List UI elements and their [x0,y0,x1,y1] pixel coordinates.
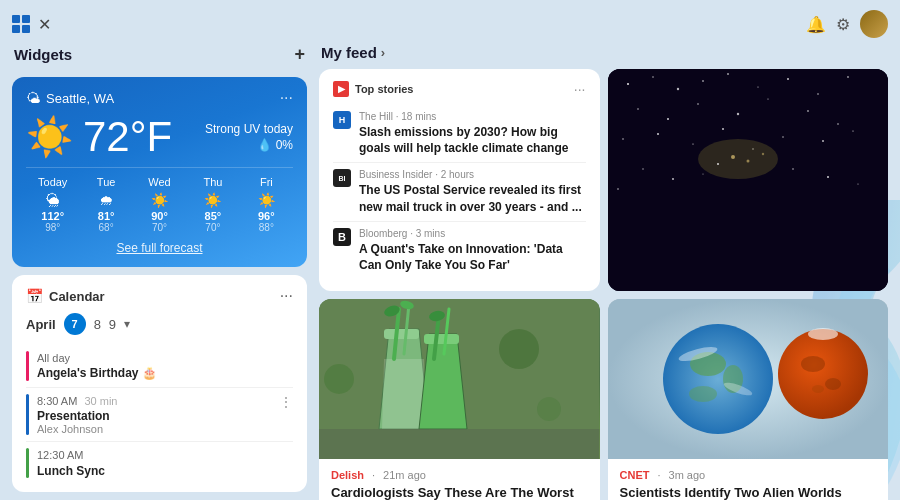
svg-rect-39 [384,329,419,339]
calendar-day-next2[interactable]: 9 [109,317,116,332]
weather-city: Seattle, WA [46,91,114,106]
food-illustration [319,299,600,459]
svg-rect-40 [424,334,459,344]
svg-rect-0 [608,69,889,291]
calendar-header: 📅 Calendar ··· [26,287,293,305]
svg-point-27 [746,160,749,163]
svg-point-50 [537,397,561,421]
svg-point-29 [761,153,763,155]
calendar-title: 📅 Calendar [26,288,105,304]
forecast-wed: Wed ☀️ 90° 70° [133,176,186,233]
svg-point-13 [736,113,738,115]
top-stories-label: Top stories [355,83,413,95]
event-menu-button[interactable]: ⋮ [279,394,293,410]
widgets-header: Widgets + [12,44,307,69]
planets-card[interactable]: CNET · 3m ago Scientists Identify Two Al… [608,299,889,500]
svg-point-28 [717,163,719,165]
planets-text: CNET · 3m ago Scientists Identify Two Al… [608,459,889,500]
svg-point-57 [689,386,717,402]
weather-menu-button[interactable]: ··· [280,89,293,107]
location-icon: 🌤 [26,90,40,106]
weather-location: 🌤 Seattle, WA [26,90,114,106]
svg-point-6 [757,86,758,87]
calendar-event-presentation[interactable]: 8:30 AM 30 min Presentation Alex Johnson… [26,388,293,442]
svg-point-60 [778,329,868,419]
svg-point-20 [721,128,723,130]
svg-point-8 [817,93,818,94]
news-item-2[interactable]: B Bloomberg · 3 mins A Quant's Take on I… [333,222,586,279]
news-item-0[interactable]: H The Hill · 18 mins Slash emissions by … [333,105,586,163]
settings-icon[interactable]: ⚙ [836,15,850,34]
content-area: Widgets + 🌤 Seattle, WA ··· ☀️ 72°F Stro… [12,44,888,492]
widgets-icon[interactable] [12,15,30,33]
calendar-icon: 📅 [26,288,43,304]
svg-point-2 [652,76,653,77]
planets-time: 3m ago [669,469,706,481]
svg-point-23 [822,140,824,142]
event-bar [26,448,29,478]
svg-point-48 [324,364,354,394]
galaxy-image [608,69,889,291]
top-bar-left: ✕ [12,15,51,34]
calendar-widget: 📅 Calendar ··· April 7 8 9 ▾ All day [12,275,307,492]
svg-point-36 [857,183,858,184]
svg-point-49 [499,329,539,369]
svg-point-4 [702,80,704,82]
svg-point-33 [792,168,794,170]
svg-point-1 [627,83,629,85]
add-widget-button[interactable]: + [294,44,305,65]
weather-temperature: 72°F [83,116,172,158]
planets-illustration [608,299,889,459]
food-text: Delish · 21m ago Cardiologists Say These… [319,459,600,500]
galaxy-card[interactable] [608,69,889,291]
svg-point-14 [767,98,768,99]
calendar-event-birthday[interactable]: All day Angela's Birthday 🎂 [26,345,293,388]
see-forecast-link[interactable]: See full forecast [26,241,293,255]
svg-point-61 [801,356,825,372]
food-time: 21m ago [383,469,426,481]
news-source-row: ▶ Top stories ··· [333,81,586,97]
calendar-menu-button[interactable]: ··· [280,287,293,305]
news-item-1[interactable]: BI Business Insider · 2 hours The US Pos… [333,163,586,221]
top-stories-icon: ▶ [333,81,349,97]
svg-rect-51 [319,429,600,459]
notifications-icon[interactable]: 🔔 [806,15,826,34]
forecast-fri: Fri ☀️ 96° 88° [240,176,293,233]
planets-image [608,299,889,459]
avatar[interactable] [860,10,888,38]
svg-point-16 [837,123,838,124]
top-stories-menu-button[interactable]: ··· [574,81,586,97]
feed-panel: My feed › ▶ Top stories [319,44,888,492]
svg-point-24 [852,130,853,131]
svg-point-3 [676,88,678,90]
calendar-event-lunch[interactable]: 12:30 AM Lunch Sync [26,442,293,484]
feed-chevron-icon[interactable]: › [381,45,385,60]
svg-point-63 [812,385,824,393]
svg-point-11 [667,118,669,120]
svg-point-30 [642,168,643,169]
food-title: Cardiologists Say These Are The Worst Fo… [331,485,588,500]
food-card[interactable]: Delish · 21m ago Cardiologists Say These… [319,299,600,500]
forecast-thu: Thu ☀️ 85° 70° [186,176,239,233]
svg-point-12 [697,103,698,104]
calendar-day-next1[interactable]: 8 [94,317,101,332]
widgets-title: Widgets [14,46,72,63]
planets-title: Scientists Identify Two Alien Worlds Mos… [620,485,877,500]
svg-point-9 [847,76,849,78]
bloomberg-logo: B [333,228,351,246]
calendar-expand-icon[interactable]: ▾ [124,317,130,331]
food-source: Delish [331,469,364,481]
svg-point-31 [672,178,674,180]
calendar-current-day[interactable]: 7 [64,313,86,335]
svg-point-34 [827,176,829,178]
food-image [319,299,600,459]
rain-icon: 💧 [257,138,272,152]
weather-info: Strong UV today 💧 0% [205,122,293,152]
calendar-month-row: April 7 8 9 ▾ [26,313,293,335]
business-insider-logo: BI [333,169,351,187]
feed-header: My feed › [319,44,888,61]
close-icon[interactable]: ✕ [38,15,51,34]
svg-point-18 [657,133,659,135]
svg-point-15 [807,110,809,112]
weather-forecast: Today 🌦 112° 98° Tue 🌧 81° 68° Wed ☀️ [26,167,293,233]
